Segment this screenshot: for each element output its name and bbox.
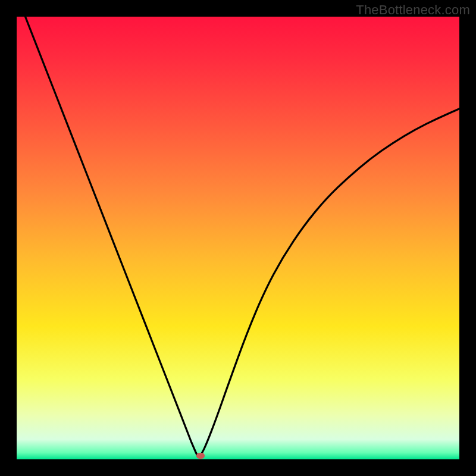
attribution-text: TheBottleneck.com [356,2,470,18]
chart-area [17,17,459,459]
bottleneck-curve [17,17,459,459]
minimum-marker [196,453,205,459]
